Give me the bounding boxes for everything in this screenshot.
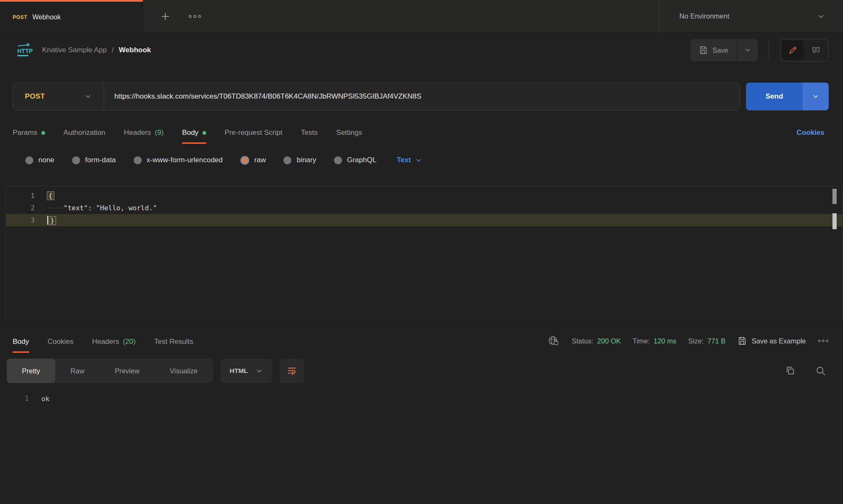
radio-icon[interactable]	[283, 156, 291, 164]
wrap-text-button[interactable]	[280, 359, 304, 383]
response-format-value: HTML	[230, 367, 248, 375]
tab-tests[interactable]: Tests	[301, 129, 318, 144]
editor-line[interactable]: 1 {	[6, 190, 843, 202]
response-line-number: 1	[0, 395, 29, 403]
body-mode-form-data-label: form-data	[85, 156, 116, 164]
send-button-label[interactable]: Send	[746, 83, 803, 110]
save-as-example-label: Save as Example	[752, 337, 806, 345]
code-token: "text":	[64, 204, 92, 212]
response-tab-cookies[interactable]: Cookies	[48, 338, 73, 353]
response-options-button[interactable]	[818, 339, 829, 343]
comments-button[interactable]	[805, 40, 827, 60]
view-mode-preview[interactable]: Preview	[100, 359, 155, 383]
request-tab-webhook[interactable]: POST Webhook	[0, 0, 143, 32]
url-bar: POST	[13, 83, 740, 110]
view-mode-pretty[interactable]: Pretty	[7, 359, 55, 383]
tab-authorization[interactable]: Authorization	[64, 129, 105, 144]
search-icon	[815, 365, 826, 376]
editor-scrollbar-cursor-mark[interactable]	[832, 213, 837, 229]
copy-icon	[785, 365, 796, 376]
raw-language-selector[interactable]: Text	[397, 156, 423, 164]
time-indicator[interactable]: Time: 120 ms	[633, 337, 676, 345]
save-button[interactable]: Save	[690, 39, 737, 61]
chevron-down-icon	[817, 12, 825, 21]
response-view-toolbar: Pretty Raw Preview Visualize HTML	[7, 359, 826, 383]
save-options-button[interactable]	[738, 39, 758, 61]
whitespace-dot: ·	[92, 204, 96, 212]
body-mode-raw[interactable]: raw	[240, 156, 266, 165]
body-mode-form-data[interactable]: form-data	[72, 156, 116, 164]
code-token: world."	[129, 204, 157, 212]
response-tab-body[interactable]: Body	[13, 338, 29, 353]
save-icon	[699, 46, 708, 55]
body-mode-graphql[interactable]: GraphQL	[334, 156, 377, 164]
response-tab-headers[interactable]: Headers (20)	[92, 338, 136, 353]
size-indicator[interactable]: Size: 771 B	[688, 337, 726, 345]
more-options-icon	[818, 339, 829, 343]
chevron-down-icon	[415, 157, 422, 164]
tab-params[interactable]: Params	[13, 129, 45, 144]
radio-selected-icon[interactable]	[240, 156, 249, 165]
radio-icon[interactable]	[72, 156, 80, 164]
comment-icon	[811, 46, 821, 55]
tab-pre-request-script[interactable]: Pre-request Script	[225, 129, 283, 144]
url-input[interactable]	[104, 83, 740, 110]
response-headers-count-badge: (20)	[123, 338, 135, 346]
response-body-viewer[interactable]: 1 ok	[0, 395, 843, 403]
plus-icon	[160, 11, 171, 22]
response-tab-cookies-label: Cookies	[48, 338, 73, 346]
headers-count-badge: (9)	[155, 129, 164, 137]
body-mode-x-www-form-urlencoded[interactable]: x-www-form-urlencoded	[134, 156, 223, 164]
tab-options-button[interactable]	[189, 14, 201, 19]
top-tab-bar: POST Webhook No Environment	[0, 0, 843, 33]
method-selector[interactable]: POST	[13, 83, 104, 110]
response-tab-test-results[interactable]: Test Results	[154, 338, 194, 353]
http-badge-text: HTTP	[17, 48, 33, 54]
radio-icon[interactable]	[334, 156, 342, 164]
breadcrumb-request-name[interactable]: Webhook	[119, 46, 151, 54]
response-section: Body Cookies Headers (20) Test Results S…	[0, 321, 843, 403]
response-tabs: Body Cookies Headers (20) Test Results S…	[0, 321, 843, 353]
line-number: 1	[6, 192, 35, 200]
tab-headers[interactable]: Headers (9)	[124, 129, 164, 144]
response-body-content: ok	[41, 395, 49, 403]
environment-selector[interactable]: No Environment	[659, 0, 843, 32]
request-url-row: POST Send	[13, 83, 829, 110]
search-response-button[interactable]	[815, 365, 826, 376]
view-mode-visualize[interactable]: Visualize	[155, 359, 213, 383]
tab-settings[interactable]: Settings	[336, 129, 362, 144]
body-mode-binary-label: binary	[296, 156, 316, 164]
chevron-down-icon	[256, 367, 263, 375]
save-as-example-button[interactable]: Save as Example	[738, 336, 806, 346]
body-mode-none[interactable]: none	[25, 156, 54, 164]
method-value: POST	[25, 92, 45, 101]
cookies-link[interactable]: Cookies	[797, 129, 824, 144]
editor-current-line[interactable]: 3 }	[6, 214, 843, 226]
new-tab-button[interactable]	[160, 11, 171, 22]
network-globe-icon[interactable]	[547, 335, 560, 347]
tab-body[interactable]: Body	[182, 129, 206, 144]
radio-icon[interactable]	[134, 156, 142, 164]
chevron-down-icon	[84, 93, 92, 100]
tab-headers-label: Headers	[124, 129, 151, 137]
edit-request-button[interactable]	[782, 40, 804, 60]
copy-response-button[interactable]	[785, 365, 796, 376]
send-options-button[interactable]	[803, 83, 829, 110]
whitespace-dot: ·	[124, 204, 129, 212]
send-button[interactable]: Send	[746, 83, 829, 110]
editor-line[interactable]: 2 ····"text":·"Hello,·world."	[6, 202, 843, 214]
tab-params-label: Params	[13, 129, 38, 137]
http-request-icon: HTTP	[16, 43, 33, 58]
status-indicator[interactable]: Status: 200 OK	[572, 337, 621, 345]
body-mode-graphql-label: GraphQL	[347, 156, 377, 164]
request-body-editor[interactable]: 1 { 2 ····"text":·"Hello,·world." 3 }	[5, 186, 843, 321]
editor-scrollbar-mark[interactable]	[832, 189, 837, 204]
tab-title: Webhook	[32, 13, 61, 21]
view-mode-raw[interactable]: Raw	[55, 359, 100, 383]
response-format-selector[interactable]: HTML	[221, 359, 272, 383]
breadcrumb-collection[interactable]: Knative Sample App	[42, 46, 107, 54]
body-mode-binary[interactable]: binary	[283, 156, 316, 164]
open-brace: {	[47, 192, 54, 200]
response-tab-test-results-label: Test Results	[154, 338, 194, 346]
radio-icon[interactable]	[25, 156, 33, 164]
